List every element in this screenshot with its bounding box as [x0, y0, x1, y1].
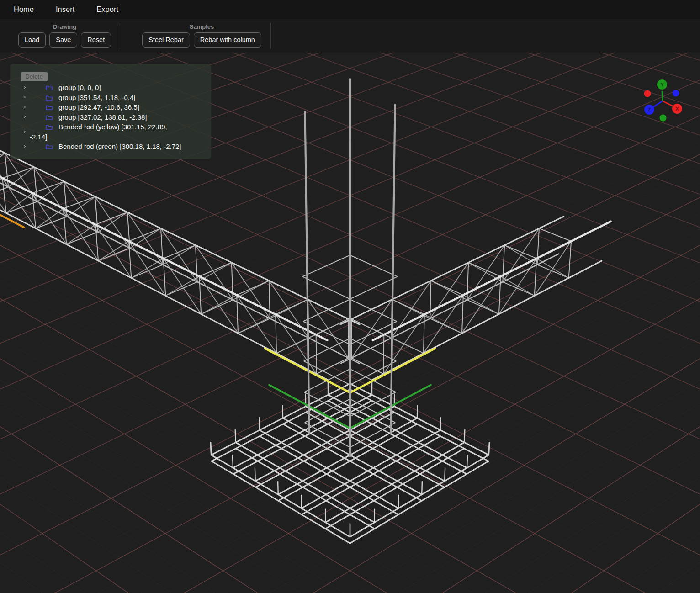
tree-item-label: group [327.02, 138.81, -2.38]: [58, 113, 147, 121]
folder-icon: [46, 95, 53, 101]
save-button[interactable]: Save: [49, 32, 77, 48]
chevron-right-icon[interactable]: ›: [24, 112, 26, 122]
toolbar-group-label: Samples: [190, 23, 214, 30]
toolbar-divider: [270, 23, 271, 49]
chevron-right-icon[interactable]: ›: [24, 92, 26, 102]
chevron-right-icon[interactable]: ›: [24, 127, 26, 137]
toolbar-group-drawing: Drawing Load Save Reset: [0, 19, 120, 53]
load-button[interactable]: Load: [18, 32, 46, 48]
folder-icon: [46, 124, 53, 130]
steel-rebar-button[interactable]: Steel Rebar: [142, 32, 190, 48]
menu-home[interactable]: Home: [0, 5, 45, 14]
axis-label: Z: [647, 107, 651, 112]
rebar-beam-right: [340, 217, 611, 380]
axis-label: Y: [660, 82, 664, 87]
toolbar-group-samples: Samples Steel Rebar Rebar with column: [120, 19, 270, 53]
tree-item-label: group [292.47, -10.6, 36.5]: [58, 103, 139, 111]
tree-item[interactable]: ›group [327.02, 138.81, -2.38]: [10, 112, 211, 122]
chevron-right-icon[interactable]: ›: [24, 141, 26, 151]
tree-item[interactable]: ›Bended rod (green) [300.18, 1.18, -2.72…: [10, 142, 211, 152]
tree-item-label: group [0, 0, 0]: [58, 84, 101, 91]
tree-item[interactable]: ›group [351.54, 1.18, -0.4]: [10, 93, 211, 103]
scene-tree-panel: Delete ›group [0, 0, 0] ›group [351.54, …: [10, 64, 211, 159]
gizmo-y-neg[interactable]: [660, 115, 667, 122]
axis-label: X: [675, 106, 679, 111]
rebar-with-column-button[interactable]: Rebar with column: [194, 32, 261, 48]
toolbar: Drawing Load Save Reset Samples Steel Re…: [0, 19, 700, 53]
menu-bar: Home Insert Export: [0, 0, 700, 19]
tree-item[interactable]: ›group [292.47, -10.6, 36.5]: [10, 102, 211, 112]
toolbar-group-label: Drawing: [53, 23, 76, 30]
tree-item-label: group [351.54, 1.18, -0.4]: [58, 94, 135, 101]
folder-icon: [46, 105, 53, 110]
chevron-right-icon[interactable]: ›: [24, 102, 26, 112]
axis-gizmo[interactable]: YXZ: [644, 79, 683, 122]
folder-icon: [46, 115, 53, 120]
folder-icon: [46, 144, 53, 149]
gizmo-x-neg[interactable]: [644, 90, 651, 97]
tree-item-label: Bended rod (green) [300.18, 1.18, -2.72]: [58, 143, 181, 150]
chevron-right-icon[interactable]: ›: [24, 82, 26, 92]
menu-export[interactable]: Export: [85, 5, 129, 14]
delete-button[interactable]: Delete: [21, 72, 48, 81]
menu-insert[interactable]: Insert: [45, 5, 85, 14]
reset-button[interactable]: Reset: [81, 32, 111, 48]
folder-icon: [46, 85, 53, 90]
tree-item[interactable]: ›group [0, 0, 0]: [10, 83, 211, 93]
tree-item[interactable]: ›Bended rod (yellow) [301.15, 22.89, -2.…: [10, 122, 211, 142]
gizmo-z-neg[interactable]: [673, 90, 679, 97]
